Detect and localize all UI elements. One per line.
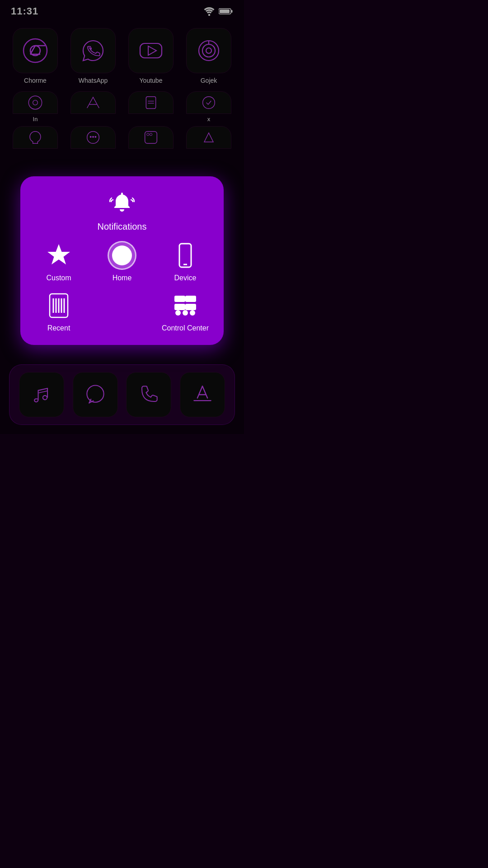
custom-icon bbox=[44, 241, 73, 270]
svg-rect-31 bbox=[179, 244, 191, 267]
home-label: Home bbox=[113, 274, 132, 282]
device-label: Device bbox=[174, 274, 197, 282]
assistive-panel: Notifications Custom Home bbox=[20, 176, 224, 345]
control-center-label: Control Center bbox=[162, 324, 209, 332]
device-svg bbox=[172, 242, 199, 269]
recent-icon bbox=[44, 291, 73, 320]
custom-label: Custom bbox=[46, 274, 71, 282]
recent-svg bbox=[45, 292, 72, 319]
svg-marker-30 bbox=[47, 244, 70, 264]
recent-label: Recent bbox=[47, 324, 70, 332]
panel-custom-item[interactable]: Custom bbox=[29, 241, 88, 282]
device-icon bbox=[171, 241, 200, 270]
panel-top: Notifications bbox=[29, 190, 215, 232]
home-inner-circle bbox=[112, 245, 132, 265]
star-icon bbox=[45, 242, 72, 269]
svg-point-45 bbox=[190, 310, 195, 316]
control-center-icon bbox=[171, 291, 200, 320]
svg-rect-39 bbox=[174, 296, 185, 302]
svg-point-44 bbox=[183, 310, 188, 316]
svg-rect-40 bbox=[185, 296, 196, 302]
svg-rect-41 bbox=[174, 304, 185, 310]
home-button[interactable] bbox=[108, 241, 136, 270]
control-center-svg bbox=[172, 292, 199, 319]
panel-recent-item[interactable]: Recent bbox=[29, 291, 88, 332]
svg-point-43 bbox=[175, 310, 181, 316]
svg-rect-42 bbox=[185, 304, 196, 310]
panel-notifications-title: Notifications bbox=[98, 222, 147, 232]
panel-control-center-item[interactable]: Control Center bbox=[156, 291, 215, 332]
panel-home-item[interactable]: Home bbox=[93, 241, 151, 282]
bell-svg bbox=[109, 190, 135, 215]
panel-device-item[interactable]: Device bbox=[156, 241, 215, 282]
bell-icon bbox=[109, 190, 135, 217]
panel-grid: Custom Home Device bbox=[29, 241, 215, 332]
